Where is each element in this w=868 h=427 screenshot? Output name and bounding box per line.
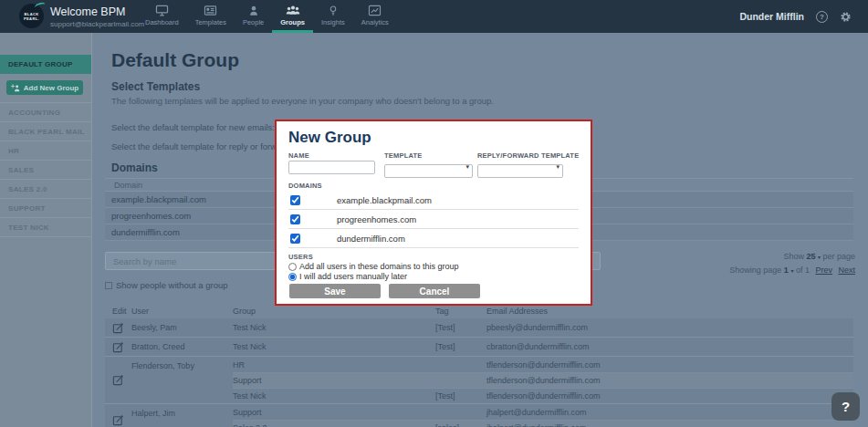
reply-forward-template-select[interactable] <box>477 164 563 178</box>
domains-heading: Domains <box>111 161 158 174</box>
col-edit: Edit <box>105 307 131 316</box>
dashboard-icon <box>155 5 169 16</box>
user-name: Beesly, Pam <box>131 318 233 337</box>
radio-add-all-users-input[interactable] <box>288 263 297 271</box>
domain-name: dundermifflin.com <box>337 234 405 244</box>
modal-domain-row: example.blackpmail.com <box>288 191 579 210</box>
col-tag: Tag <box>435 307 486 316</box>
domain-checkbox[interactable] <box>290 195 300 205</box>
nav-label: People <box>243 18 264 26</box>
edit-icon[interactable] <box>105 357 131 403</box>
help-fab-button[interactable]: ? <box>831 392 860 421</box>
user-name: Flenderson, Toby <box>131 357 233 403</box>
group-cell: HR <box>233 360 435 370</box>
page-number-value[interactable]: 1 <box>784 266 789 275</box>
showing-page-label: Showing page <box>729 266 781 275</box>
table-row: Beesly, Pam Test Nick [Test] pbeesly@dun… <box>105 318 853 338</box>
nav-item-insights[interactable]: Insights <box>313 0 353 33</box>
modal-domain-row: dundermifflin.com <box>288 229 579 248</box>
domain-checkbox[interactable] <box>290 234 300 244</box>
group-cell: Test Nick <box>233 391 435 401</box>
save-button[interactable]: Save <box>289 284 381 298</box>
groups-sidebar: DEFAULT GROUP Add New Group ACCOUNTING B… <box>0 33 92 427</box>
nav-label: Dashboard <box>145 18 179 26</box>
table-row: Halpert, Jim Support jhalpert@dundermiff… <box>105 404 853 427</box>
nav-item-dashboard[interactable]: Dashboard <box>137 0 187 33</box>
page-title: Default Group <box>111 49 239 71</box>
groups-icon <box>286 5 300 16</box>
sidebar-item-support[interactable]: SUPPORT <box>0 199 91 218</box>
nav-label: Templates <box>195 18 226 26</box>
analytics-icon <box>368 5 382 16</box>
sidebar-item-hr[interactable]: HR <box>0 141 91 161</box>
show-without-group-checkbox[interactable] <box>105 282 112 289</box>
main-nav: Dashboard Templates People Groups Insigh… <box>137 0 397 33</box>
email-cell: jhalpert@dundermifflin.com <box>486 423 853 427</box>
modal-title: New Group <box>288 129 371 147</box>
select-templates-description: The following templates will be applied … <box>111 96 494 106</box>
users-label: USERS <box>288 253 313 261</box>
sidebar-item-sales[interactable]: SALES <box>0 161 91 180</box>
nav-label: Insights <box>321 18 345 26</box>
nav-item-templates[interactable]: Templates <box>187 0 235 33</box>
edit-icon[interactable] <box>105 404 131 427</box>
templates-icon <box>204 5 217 16</box>
sidebar-item-test-nick[interactable]: TEST NICK <box>0 218 91 237</box>
logo-text-2: PEARL. <box>24 16 39 21</box>
chevron-down-icon[interactable]: ▾ <box>818 255 821 260</box>
nav-item-people[interactable]: People <box>235 0 272 33</box>
new-group-modal: New Group NAME TEMPLATE REPLY/FORWARD TE… <box>275 120 592 306</box>
gear-icon[interactable] <box>840 11 852 23</box>
group-name-input[interactable] <box>288 161 375 174</box>
radio-add-all-users[interactable]: Add all users in these domains to this g… <box>288 262 459 271</box>
user-name: Bratton, Creed <box>131 338 233 356</box>
nav-item-analytics[interactable]: Analytics <box>353 0 397 33</box>
add-user-icon <box>11 84 20 92</box>
prev-page-link[interactable]: Prev <box>815 266 832 275</box>
sidebar-item-sales-2[interactable]: SALES 2.0 <box>0 180 91 199</box>
email-cell: tflenderson@dundermifflin.com <box>486 391 853 401</box>
sidebar-item-accounting[interactable]: ACCOUNTING <box>0 103 91 122</box>
next-page-link[interactable]: Next <box>838 266 855 275</box>
group-cell: Test Nick <box>233 342 435 351</box>
col-email: Email Addresses <box>486 307 853 316</box>
radio-add-manually[interactable]: I will add users manually later <box>288 272 407 281</box>
show-without-group-control[interactable]: Show people without a group <box>105 280 228 290</box>
table-row: Flenderson, Toby HR tflenderson@dundermi… <box>105 357 853 404</box>
group-cell: Support <box>233 376 435 385</box>
sidebar-item-default-group[interactable]: DEFAULT GROUP <box>0 55 91 74</box>
email-cell: pbeesly@dundermifflin.com <box>486 323 853 332</box>
page-size-value[interactable]: 25 <box>806 252 815 261</box>
edit-icon[interactable] <box>105 338 131 356</box>
people-icon <box>247 5 260 16</box>
template-select[interactable] <box>384 164 473 178</box>
insights-icon <box>327 5 340 16</box>
add-new-group-button[interactable]: Add New Group <box>6 80 83 95</box>
radio-add-manually-label: I will add users manually later <box>299 272 407 281</box>
chevron-down-icon[interactable]: ▾ <box>790 268 793 274</box>
nav-item-groups[interactable]: Groups <box>272 0 313 33</box>
brand-logo: BLACK PEARL. <box>19 4 44 28</box>
show-without-group-label: Show people without a group <box>116 280 228 290</box>
table-row: Bratton, Creed Test Nick [Test] cbratton… <box>105 338 853 357</box>
modal-domain-row: progreenhomes.com <box>288 210 579 229</box>
logo-swoosh-icon <box>34 1 47 10</box>
pagination: Show 25 ▾ per page Showing page 1 ▾ of 1… <box>729 252 855 275</box>
email-cell: cbratton@dundermifflin.com <box>486 342 853 351</box>
edit-icon[interactable] <box>105 318 131 337</box>
user-name: Halpert, Jim <box>131 404 233 427</box>
users-table: Edit User Group Tag Email Addresses Bees… <box>105 304 853 427</box>
account-name[interactable]: Dunder Mifflin <box>739 11 804 22</box>
users-table-header: Edit User Group Tag Email Addresses <box>105 304 853 318</box>
radio-add-manually-input[interactable] <box>288 273 297 281</box>
add-new-group-label: Add New Group <box>24 84 78 92</box>
col-group: Group <box>233 307 435 316</box>
cancel-button[interactable]: Cancel <box>389 284 480 298</box>
domain-checkbox[interactable] <box>290 214 300 224</box>
tag-cell: [Test] <box>435 391 486 401</box>
help-circle-icon[interactable]: ? <box>816 11 828 23</box>
nav-label: Analytics <box>361 18 389 26</box>
name-label: NAME <box>288 151 309 160</box>
sidebar-item-black-pearl-mail[interactable]: BLACK PEARL MAIL <box>0 122 91 141</box>
tag-cell: [Test] <box>435 323 486 332</box>
